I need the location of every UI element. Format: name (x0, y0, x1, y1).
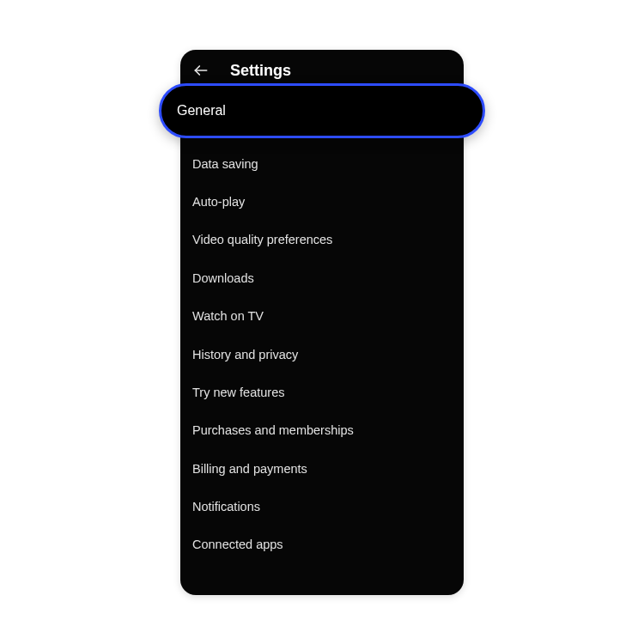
settings-item-history-privacy[interactable]: History and privacy (180, 335, 464, 373)
page-title: Settings (230, 62, 291, 80)
settings-item-try-new-features[interactable]: Try new features (180, 374, 464, 411)
settings-item-connected-apps[interactable]: Connected apps (180, 526, 464, 563)
settings-item-label: Data saving (192, 157, 258, 171)
settings-item-label: Video quality preferences (192, 233, 332, 246)
settings-item-watch-on-tv[interactable]: Watch on TV (180, 297, 464, 335)
settings-list: Data saving Auto-play Video quality pref… (180, 92, 464, 564)
settings-item-downloads[interactable]: Downloads (180, 259, 464, 297)
back-arrow-icon[interactable] (192, 62, 210, 79)
settings-item-label: Notifications (192, 500, 260, 513)
settings-item-data-saving[interactable]: Data saving (180, 145, 464, 183)
settings-item-notifications[interactable]: Notifications (180, 488, 464, 526)
settings-item-auto-play[interactable]: Auto-play (180, 183, 464, 221)
settings-item-label: Billing and payments (192, 462, 307, 476)
settings-item-label: Downloads (192, 271, 254, 285)
settings-item-purchases[interactable]: Purchases and memberships (180, 411, 464, 449)
settings-item-label: Auto-play (192, 195, 245, 209)
settings-item-label: Purchases and memberships (192, 423, 354, 437)
settings-item-general[interactable]: General (159, 83, 485, 138)
settings-item-label: Watch on TV (192, 309, 264, 323)
settings-item-label: Connected apps (192, 538, 283, 551)
settings-item-billing[interactable]: Billing and payments (180, 450, 464, 488)
settings-item-label: General (177, 103, 226, 118)
settings-item-label: Try new features (192, 386, 284, 399)
settings-screen: Settings General Data saving Auto-play V… (180, 50, 464, 595)
settings-item-video-quality[interactable]: Video quality preferences (180, 221, 464, 258)
settings-item-label: History and privacy (192, 348, 298, 361)
